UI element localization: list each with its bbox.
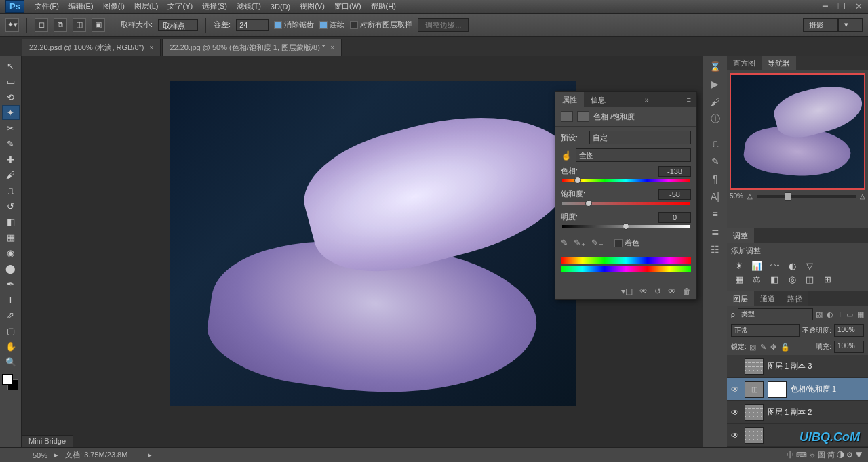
tab-properties[interactable]: 属性 (555, 92, 584, 108)
panel-menu-icon[interactable]: ≡ (682, 96, 696, 104)
hue-value[interactable]: -138 (658, 166, 691, 177)
all-layers-checkbox[interactable]: 对所有图层取样 (350, 20, 412, 30)
selection-intersect-icon[interactable]: ▣ (92, 18, 105, 32)
hue-slider[interactable] (562, 179, 690, 182)
brush-presets-icon[interactable]: 🖌 (707, 95, 724, 108)
history-icon[interactable]: ⌛ (707, 60, 724, 73)
saturation-value[interactable]: -58 (658, 189, 691, 200)
layer-name[interactable]: 图层 1 副本 3 (768, 361, 865, 371)
swatches-icon[interactable]: ☷ (707, 243, 724, 256)
colorbalance-icon[interactable]: ⚖ (750, 274, 764, 285)
range-select[interactable]: 全图 (576, 148, 691, 162)
colorize-checkbox[interactable]: 着色 (614, 238, 639, 248)
crop-tool[interactable]: ✂ (2, 121, 20, 135)
menu-help[interactable]: 帮助(H) (366, 0, 401, 13)
status-chevron2-icon[interactable]: ▸ (148, 450, 152, 459)
clip-to-layer-icon[interactable]: ▾◫ (621, 287, 633, 296)
opacity-input[interactable]: 100% (834, 324, 864, 337)
menu-select[interactable]: 选择(S) (197, 0, 232, 13)
text-tool[interactable]: T (2, 292, 20, 307)
history-brush-tool[interactable]: ↺ (2, 198, 20, 213)
brush-icon[interactable]: ✎ (707, 154, 724, 168)
paragraph-icon[interactable]: ¶ (707, 172, 724, 186)
maximize-icon[interactable]: ❐ (837, 1, 846, 12)
close-icon[interactable]: ✕ (855, 1, 863, 12)
actions-icon[interactable]: ▶ (707, 77, 724, 91)
clone-source-icon[interactable]: ⎍ (707, 137, 724, 150)
blend-mode-select[interactable]: 正常 (731, 324, 800, 337)
rectangle-tool[interactable]: ▢ (2, 323, 20, 338)
exposure-icon[interactable]: ◐ (785, 260, 799, 271)
hue-sat-icon[interactable]: ▦ (732, 274, 746, 285)
lasso-tool[interactable]: ⟲ (2, 89, 20, 104)
tool-preset-icon[interactable]: ✦▾ (5, 18, 19, 32)
document-tab[interactable]: 22.20.psd @ 100% (水滴, RGB/8*)× (22, 39, 161, 56)
view-previous-icon[interactable]: 👁 (639, 287, 648, 296)
layer-thumb[interactable] (745, 404, 764, 421)
layer-row[interactable]: 图层 1 副本 3 (727, 355, 868, 378)
zoom-tool[interactable]: 🔍 (2, 354, 20, 369)
layer-thumb[interactable] (745, 427, 764, 444)
navigator-zoom-slider[interactable] (757, 195, 856, 198)
navigator-thumb[interactable] (730, 73, 865, 190)
lightness-slider[interactable] (562, 225, 690, 228)
path-selection-tool[interactable]: ⬀ (2, 308, 20, 322)
eyedropper-icon[interactable]: ✎ (561, 238, 568, 248)
brightness-icon[interactable]: ☀ (732, 260, 746, 271)
layer-thumb[interactable] (745, 358, 764, 375)
color-swatches[interactable] (2, 374, 20, 392)
tab-info[interactable]: 信息 (584, 92, 612, 108)
menu-file[interactable]: 文件(F) (30, 0, 64, 13)
curves-icon[interactable]: 〰 (768, 260, 781, 271)
lock-transparent-icon[interactable]: ▧ (749, 343, 756, 352)
minimize-icon[interactable]: ━ (823, 1, 828, 12)
minibridge-tab[interactable]: Mini Bridge (22, 435, 73, 447)
layer-row[interactable]: 👁 ◫ 色相/饱和度 1 (727, 378, 868, 401)
status-zoom[interactable]: 50% (33, 451, 47, 459)
contiguous-checkbox[interactable]: 连续 (319, 20, 344, 30)
character-icon[interactable]: A| (707, 190, 724, 203)
styles-icon[interactable]: ≡ (707, 207, 724, 221)
info-icon[interactable]: ⓘ (707, 112, 724, 126)
refine-edge-button[interactable]: 调整边缘... (418, 18, 469, 32)
eyedropper-subtract-icon[interactable]: ✎₋ (591, 238, 604, 248)
visibility-toggle[interactable]: 👁 (730, 431, 741, 440)
selection-add-icon[interactable]: ⧉ (54, 18, 67, 32)
menu-view[interactable]: 视图(V) (295, 0, 330, 13)
eraser-tool[interactable]: ◧ (2, 214, 20, 229)
tab-adjustments[interactable]: 调整 (727, 228, 754, 243)
filter-adjustment-icon[interactable]: ◐ (827, 310, 833, 319)
bw-icon[interactable]: ◧ (768, 274, 781, 285)
tab-paths[interactable]: 路径 (781, 291, 808, 306)
filter-kind-select[interactable]: 类型 (738, 308, 814, 320)
filter-smart-icon[interactable]: ▦ (857, 310, 864, 319)
ime-tray[interactable]: 中 ⌨ ☼ 圖 简 ◑ ⚙ ⯆ (787, 450, 863, 460)
menu-window[interactable]: 窗口(W) (330, 0, 366, 13)
zoom-in-icon[interactable]: △ (860, 192, 865, 200)
menu-3d[interactable]: 3D(D) (266, 1, 295, 12)
saturation-slider[interactable] (562, 202, 690, 205)
reset-icon[interactable]: ↺ (654, 287, 661, 296)
gradient-tool[interactable]: ▦ (2, 230, 20, 245)
preset-select[interactable]: 自定 (589, 131, 691, 144)
selection-new-icon[interactable]: ◻ (35, 18, 48, 32)
foreground-color[interactable] (2, 374, 13, 385)
eyedropper-tool[interactable]: ✎ (2, 136, 20, 151)
vibrance-icon[interactable]: ▽ (803, 260, 816, 271)
dodge-tool[interactable]: ⬤ (2, 261, 20, 276)
marquee-tool[interactable]: ▭ (2, 74, 20, 89)
menu-type[interactable]: 文字(Y) (163, 0, 197, 13)
tab-histogram[interactable]: 直方图 (727, 56, 762, 70)
visibility-toggle[interactable]: 👁 (730, 408, 741, 417)
layer-row[interactable]: 👁 图层 1 副本 2 (727, 401, 868, 424)
fill-input[interactable]: 100% (834, 341, 864, 353)
healing-brush-tool[interactable]: ✚ (2, 152, 20, 167)
panel-popout-icon[interactable]: » (639, 96, 654, 104)
layer-name[interactable]: 色相/饱和度 1 (791, 384, 865, 394)
menu-edit[interactable]: 编辑(E) (64, 0, 98, 13)
canvas[interactable] (170, 81, 576, 406)
brush-tool[interactable]: 🖌 (2, 167, 20, 182)
menu-image[interactable]: 图像(I) (98, 0, 130, 13)
move-tool[interactable]: ↖ (2, 58, 20, 73)
clone-stamp-tool[interactable]: ⎍ (2, 183, 20, 198)
